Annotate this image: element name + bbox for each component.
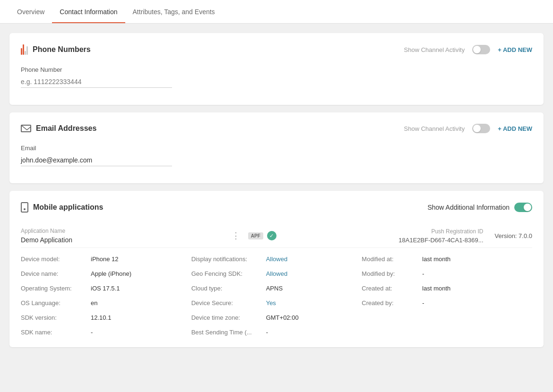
push-reg-col: Push Registration ID 18A1E2BF-D667-4CA1-…: [276, 228, 484, 244]
device-secure-row: Device Secure: Yes: [191, 299, 362, 307]
device-secure-key: Device Secure:: [191, 299, 262, 307]
app-name-col: Application Name Demo Application: [21, 228, 228, 244]
mobile-applications-header: Mobile applications Show Additional Info…: [21, 202, 532, 213]
sdk-name-row: SDK name: -: [21, 329, 191, 336]
created-by-row: Created by: -: [362, 299, 532, 307]
version-col: Version: 7.0.0: [484, 232, 533, 239]
phone-number-label: Phone Number: [21, 66, 532, 73]
email-addresses-card: Email Addresses Show Channel Activity + …: [9, 112, 544, 183]
detail-grid: Device model: iPhone 12 Device name: App…: [21, 256, 532, 336]
cloud-type-row: Cloud type: APNS: [191, 285, 362, 292]
operating-system-row: Operating System: iOS 17.5.1: [21, 285, 191, 292]
mobile-title-area: Mobile applications: [21, 202, 103, 213]
sdk-version-val: 12.10.1: [91, 314, 111, 321]
main-content: Phone Numbers Show Channel Activity + AD…: [0, 24, 553, 364]
detail-col-timestamps: Modified at: last month Modified by: - C…: [362, 256, 532, 336]
tab-overview[interactable]: Overview: [9, 0, 52, 23]
app-name-label: Application Name: [21, 228, 228, 234]
mobile-applications-card: Mobile applications Show Additional Info…: [9, 191, 544, 347]
device-name-val: Apple (iPhone): [91, 270, 131, 277]
os-language-key: OS Language:: [21, 299, 87, 307]
device-model-row: Device model: iPhone 12: [21, 256, 191, 263]
version-value: Version: 7.0.0: [495, 232, 533, 239]
best-sending-key: Best Sending Time (...: [191, 329, 262, 336]
os-language-val: en: [91, 299, 97, 307]
sdk-version-key: SDK version:: [21, 314, 87, 321]
email-addresses-title: Email Addresses: [36, 124, 96, 133]
show-channel-activity-label: Show Channel Activity: [404, 46, 465, 53]
phone-numbers-title-area: Phone Numbers: [21, 44, 91, 55]
cloud-type-key: Cloud type:: [191, 285, 262, 292]
email-show-channel-activity-label: Show Channel Activity: [404, 125, 465, 132]
app-apn-badge: APF: [248, 232, 263, 239]
phone-add-new-button[interactable]: + ADD NEW: [498, 46, 532, 53]
phone-numbers-title: Phone Numbers: [33, 45, 91, 54]
show-additional-area: Show Additional Information: [427, 203, 532, 212]
email-value: john.doe@example.com: [21, 154, 172, 166]
created-by-val: -: [422, 299, 424, 307]
sdk-name-key: SDK name:: [21, 329, 87, 336]
email-title-area: Email Addresses: [21, 124, 96, 133]
created-by-key: Created by:: [362, 299, 418, 307]
created-at-key: Created at:: [362, 285, 418, 292]
device-name-row: Device name: Apple (iPhone): [21, 270, 191, 277]
modified-by-key: Modified by:: [362, 270, 418, 277]
display-notifications-key: Display notifications:: [191, 256, 262, 263]
device-name-key: Device name:: [21, 270, 87, 277]
mobile-applications-title: Mobile applications: [33, 203, 103, 212]
app-actions: ⋮ APF: [228, 230, 276, 241]
email-field-group: Email john.doe@example.com: [21, 145, 532, 166]
best-sending-val: -: [266, 329, 268, 336]
phone-number-field-group: Phone Number: [21, 66, 532, 88]
phone-channel-activity-toggle[interactable]: [472, 45, 490, 54]
tabs-bar: Overview Contact Information Attributes,…: [0, 0, 553, 24]
email-label: Email: [21, 145, 532, 152]
device-timezone-val: GMT+02:00: [266, 314, 299, 321]
display-notifications-row: Display notifications: Allowed: [191, 256, 362, 263]
push-reg-value: 18A1E2BF-D667-4CA1-8369...: [276, 237, 484, 244]
tab-contact-information[interactable]: Contact Information: [52, 0, 125, 23]
phone-number-input[interactable]: [21, 76, 172, 88]
operating-system-val: iOS 17.5.1: [91, 285, 120, 292]
email-channel-activity-toggle[interactable]: [472, 124, 490, 133]
phone-numbers-header: Phone Numbers Show Channel Activity + AD…: [21, 44, 532, 55]
email-add-new-button[interactable]: + ADD NEW: [498, 125, 532, 132]
modified-at-key: Modified at:: [362, 256, 418, 263]
sdk-name-val: -: [91, 329, 93, 336]
detail-col-device: Device model: iPhone 12 Device name: App…: [21, 256, 191, 336]
app-more-options-button[interactable]: ⋮: [228, 230, 244, 241]
app-row: Application Name Demo Application ⋮ APF …: [21, 224, 532, 248]
os-language-row: OS Language: en: [21, 299, 191, 307]
created-at-row: Created at: last month: [362, 285, 532, 292]
phone-numbers-card: Phone Numbers Show Channel Activity + AD…: [9, 33, 544, 105]
app-status-dot: [267, 231, 276, 240]
device-timezone-row: Device time zone: GMT+02:00: [191, 314, 362, 321]
display-notifications-val: Allowed: [266, 256, 288, 263]
geo-fencing-val: Allowed: [266, 270, 288, 277]
app-name-value: Demo Application: [21, 236, 228, 244]
modified-by-val: -: [422, 270, 424, 277]
device-secure-val: Yes: [266, 299, 276, 307]
tab-attributes-tags-events[interactable]: Attributes, Tags, and Events: [125, 0, 223, 23]
sdk-version-row: SDK version: 12.10.1: [21, 314, 191, 321]
email-icon: [21, 125, 31, 132]
detail-col-sdk: Display notifications: Allowed Geo Fenci…: [191, 256, 362, 336]
mobile-icon: [21, 202, 28, 213]
show-additional-toggle[interactable]: [514, 203, 532, 212]
device-model-key: Device model:: [21, 256, 87, 263]
email-addresses-header: Email Addresses Show Channel Activity + …: [21, 124, 532, 133]
cloud-type-val: APNS: [266, 285, 283, 292]
modified-by-row: Modified by: -: [362, 270, 532, 277]
operating-system-key: Operating System:: [21, 285, 87, 292]
modified-at-val: last month: [422, 256, 450, 263]
geo-fencing-key: Geo Fencing SDK:: [191, 270, 262, 277]
device-model-val: iPhone 12: [91, 256, 119, 263]
phone-numbers-actions: Show Channel Activity + ADD NEW: [404, 45, 532, 54]
push-reg-label: Push Registration ID: [276, 228, 484, 235]
device-timezone-key: Device time zone:: [191, 314, 262, 321]
phone-icon: [21, 44, 28, 55]
created-at-val: last month: [422, 285, 450, 292]
best-sending-row: Best Sending Time (... -: [191, 329, 362, 336]
show-additional-label: Show Additional Information: [427, 204, 510, 211]
email-actions: Show Channel Activity + ADD NEW: [404, 124, 532, 133]
